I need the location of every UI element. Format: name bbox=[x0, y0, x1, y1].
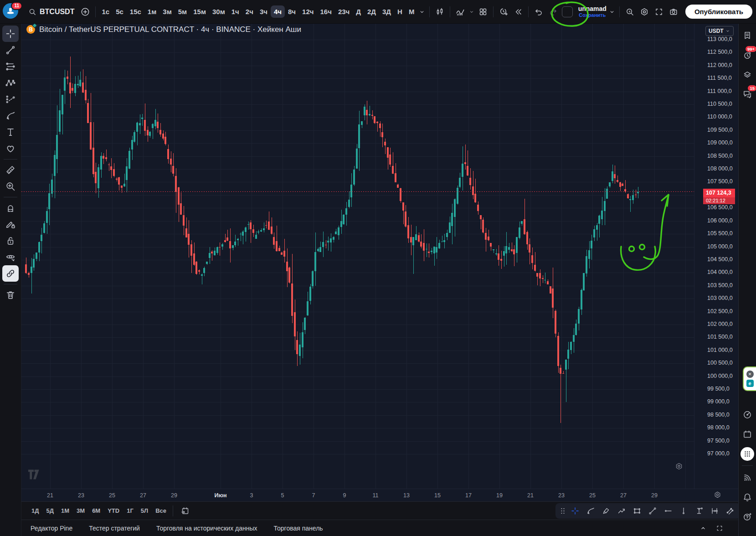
price-axis-label[interactable]: 104 000,0 bbox=[707, 269, 733, 275]
tool-text[interactable] bbox=[2, 124, 19, 140]
time-axis-label[interactable]: 21 bbox=[40, 492, 60, 499]
price-axis-label[interactable]: 97 000,0 bbox=[707, 450, 730, 457]
price-axis-label[interactable]: 107 500,0 bbox=[707, 178, 733, 185]
interval-3м[interactable]: 3м bbox=[159, 5, 175, 18]
tool-trend-line[interactable] bbox=[2, 42, 19, 58]
price-axis-label[interactable]: 102 500,0 bbox=[707, 308, 733, 314]
price-axis-label[interactable]: 108 000,0 bbox=[707, 165, 733, 172]
footer-tab[interactable]: Тестер стратегий bbox=[89, 525, 140, 532]
range-Все[interactable]: Все bbox=[152, 505, 170, 516]
tool-hide-drawings[interactable] bbox=[2, 249, 19, 265]
layout-select-checkbox[interactable] bbox=[562, 6, 573, 17]
bar-replay-button[interactable] bbox=[511, 5, 525, 19]
tool-lock-all-drawings[interactable] bbox=[2, 232, 19, 249]
time-axis-label[interactable]: Июн bbox=[211, 492, 231, 499]
price-axis-label[interactable]: 98 500,0 bbox=[707, 412, 730, 418]
help-button[interactable] bbox=[739, 507, 756, 526]
price-axis-label[interactable]: 103 000,0 bbox=[707, 295, 733, 301]
price-chart[interactable] bbox=[21, 24, 694, 489]
object-tree-panel[interactable] bbox=[739, 65, 756, 84]
interval-5м[interactable]: 5м bbox=[175, 5, 190, 18]
fav-arrow[interactable] bbox=[614, 504, 629, 518]
price-axis-label[interactable]: 109 000,0 bbox=[707, 139, 733, 146]
quick-search-button[interactable] bbox=[622, 5, 637, 19]
time-axis-label[interactable]: 23 bbox=[71, 492, 91, 499]
extension-logo-icon[interactable]: e bbox=[746, 380, 754, 387]
interval-15с[interactable]: 15с bbox=[127, 5, 144, 18]
extension-close-icon[interactable]: ✕ bbox=[746, 371, 754, 378]
currency-selector[interactable]: USDT bbox=[705, 26, 734, 36]
fav-date-range[interactable] bbox=[707, 504, 722, 518]
chart-legend[interactable]: B Bitcoin / TetherUS PERPETUAL CONTRACT … bbox=[26, 25, 301, 34]
pane-settings-gear-icon[interactable] bbox=[675, 462, 683, 470]
interval-2ч[interactable]: 2ч bbox=[242, 5, 257, 18]
footer-tab[interactable]: Торговля на исторических данных bbox=[156, 525, 257, 532]
price-axis-label[interactable]: 104 500,0 bbox=[707, 256, 733, 263]
last-price-label[interactable]: 107 124,3 02:21:12 bbox=[703, 189, 735, 204]
go-to-date-button[interactable] bbox=[178, 504, 192, 518]
time-axis-label[interactable]: 25 bbox=[582, 492, 602, 499]
interval-12ч[interactable]: 12ч bbox=[299, 5, 317, 18]
price-axis-label[interactable]: 106 500,0 bbox=[707, 204, 733, 211]
price-axis-label[interactable]: 97 500,0 bbox=[707, 438, 730, 444]
interval-М[interactable]: М bbox=[406, 5, 418, 18]
price-axis-label[interactable]: 98 000,0 bbox=[707, 424, 730, 431]
snapshot-camera-button[interactable] bbox=[666, 5, 681, 19]
range-YTD[interactable]: YTD bbox=[104, 505, 123, 516]
interval-2Д[interactable]: 2Д bbox=[364, 5, 379, 18]
publish-button[interactable]: Опубликовать bbox=[685, 5, 752, 19]
tool-sync-drawings[interactable] bbox=[2, 265, 19, 282]
range-3М[interactable]: 3М bbox=[73, 505, 88, 516]
time-axis-label[interactable]: 29 bbox=[164, 492, 184, 499]
watchlist-panel[interactable] bbox=[739, 26, 756, 45]
range-1Д[interactable]: 1Д bbox=[28, 505, 43, 516]
tool-fib-retracement[interactable] bbox=[2, 58, 19, 75]
footer-tab[interactable]: Редактор Pine bbox=[31, 525, 72, 532]
tool-forecast[interactable] bbox=[2, 91, 19, 108]
chart-settings-button[interactable] bbox=[637, 5, 652, 19]
time-axis-label[interactable]: 9 bbox=[334, 492, 355, 499]
redo-button[interactable] bbox=[546, 5, 561, 19]
fav-parallel-channel[interactable] bbox=[722, 504, 738, 518]
tool-remove-drawings[interactable] bbox=[2, 287, 19, 303]
fav-rectangle[interactable] bbox=[629, 504, 645, 518]
interval-15м[interactable]: 15м bbox=[190, 5, 209, 18]
streams-panel[interactable] bbox=[739, 468, 756, 487]
time-axis-label[interactable]: 27 bbox=[133, 492, 153, 499]
tool-stay-in-drawing-mode[interactable] bbox=[2, 216, 19, 232]
price-axis-label[interactable]: 99 000,0 bbox=[707, 398, 730, 405]
price-axis-label[interactable]: 101 500,0 bbox=[707, 334, 733, 340]
chart-type-button[interactable] bbox=[432, 5, 447, 19]
tool-measure[interactable] bbox=[2, 162, 19, 178]
price-axis-label[interactable]: 103 500,0 bbox=[707, 282, 733, 289]
interval-3ч[interactable]: 3ч bbox=[257, 5, 271, 18]
price-axis-label[interactable]: 111 500,0 bbox=[707, 75, 732, 81]
time-axis-label[interactable]: 15 bbox=[427, 492, 447, 499]
time-axis-label[interactable]: 11 bbox=[365, 492, 386, 499]
interval-1с[interactable]: 1с bbox=[98, 5, 113, 18]
symbol-search-button[interactable]: BTCUSDT bbox=[25, 4, 78, 20]
fav-crosshair[interactable] bbox=[567, 504, 583, 518]
tool-brush[interactable] bbox=[2, 108, 19, 124]
range-5Д[interactable]: 5Д bbox=[43, 505, 58, 516]
time-axis-label[interactable]: 13 bbox=[396, 492, 417, 499]
time-axis-label[interactable]: 21 bbox=[520, 492, 540, 499]
compare-add-symbol-button[interactable] bbox=[78, 5, 93, 19]
notifications-panel[interactable] bbox=[739, 487, 756, 507]
time-axis-label[interactable]: 19 bbox=[489, 492, 509, 499]
price-axis-label[interactable]: 105 500,0 bbox=[707, 230, 733, 237]
footer-tab[interactable]: Торговая панель bbox=[274, 525, 323, 532]
price-axis-label[interactable]: 102 000,0 bbox=[707, 321, 733, 327]
alerts-panel[interactable]: 99+ bbox=[739, 45, 756, 65]
interval-Н[interactable]: Н bbox=[394, 5, 406, 18]
maximize-panel-icon[interactable] bbox=[715, 523, 725, 533]
interval-3Д[interactable]: 3Д bbox=[379, 5, 394, 18]
tool-zoom-in[interactable] bbox=[2, 178, 19, 195]
tool-emoji[interactable] bbox=[2, 140, 19, 157]
interval-16ч[interactable]: 16ч bbox=[317, 5, 334, 18]
tool-patterns[interactable] bbox=[2, 75, 19, 91]
apps-menu[interactable] bbox=[739, 444, 756, 464]
price-axis-label[interactable]: 113 000,0 bbox=[707, 36, 732, 42]
save-layout-link[interactable]: Сохранить bbox=[579, 12, 606, 18]
price-axis-label[interactable]: 109 500,0 bbox=[707, 127, 733, 133]
